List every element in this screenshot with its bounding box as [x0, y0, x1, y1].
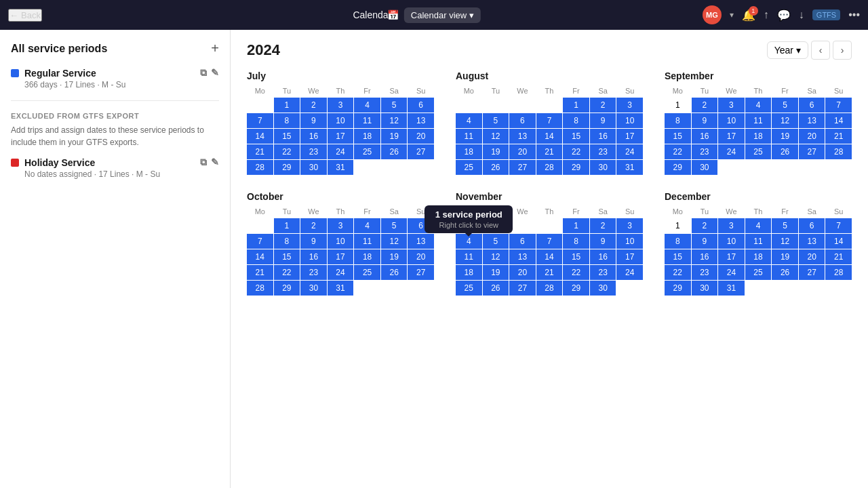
day-cell[interactable]: 28 — [247, 160, 273, 175]
calendar-view-button[interactable]: Calendar view ▾ — [404, 7, 481, 23]
day-cell[interactable]: 16 — [300, 129, 327, 144]
day-cell[interactable]: 10 — [718, 113, 745, 128]
day-cell[interactable]: 1 — [274, 218, 300, 233]
day-cell[interactable]: 24 — [718, 265, 745, 280]
day-cell[interactable]: 1 — [665, 218, 691, 233]
day-cell[interactable]: 26 — [772, 265, 798, 280]
day-cell[interactable]: 30 — [692, 281, 718, 296]
day-cell[interactable]: 13 — [799, 113, 825, 128]
day-cell[interactable]: 18 — [456, 144, 482, 159]
day-cell[interactable]: 15 — [563, 249, 589, 264]
day-cell[interactable]: 10 — [328, 113, 354, 128]
day-cell[interactable]: 19 — [381, 249, 408, 264]
day-cell[interactable]: 3 — [328, 98, 354, 113]
day-cell[interactable]: 27 — [799, 144, 825, 159]
day-cell[interactable]: 10 — [616, 234, 643, 249]
day-cell[interactable]: 21 — [825, 249, 852, 264]
day-cell[interactable]: 14 — [247, 249, 273, 264]
day-cell[interactable]: 13 — [509, 249, 536, 264]
day-cell[interactable]: 29 — [274, 160, 300, 175]
day-cell[interactable]: 22 — [563, 144, 589, 159]
day-cell[interactable]: 15 — [563, 129, 589, 144]
day-cell[interactable]: 11 — [745, 234, 772, 249]
day-cell[interactable]: 28 — [825, 265, 852, 280]
day-cell[interactable]: 4 — [456, 113, 482, 128]
day-cell[interactable]: 22 — [665, 265, 691, 280]
day-cell[interactable]: 4 — [745, 98, 772, 113]
day-cell[interactable]: 12 — [772, 113, 798, 128]
day-cell[interactable]: 24 — [328, 144, 354, 159]
day-cell[interactable]: 9 — [692, 234, 718, 249]
day-cell[interactable]: 21 — [247, 144, 273, 159]
day-cell[interactable]: 25 — [354, 144, 380, 159]
day-cell[interactable]: 2 — [590, 98, 616, 113]
day-cell[interactable]: 24 — [616, 265, 643, 280]
day-cell[interactable]: 18 — [745, 249, 772, 264]
day-cell[interactable]: 30 — [300, 160, 327, 175]
regular-service-edit-icon[interactable]: ✎ — [211, 67, 219, 79]
day-cell[interactable]: 30 — [590, 281, 616, 296]
day-cell[interactable]: 20 — [799, 129, 825, 144]
day-cell[interactable]: 3 — [718, 218, 745, 233]
day-cell[interactable]: 25 — [456, 160, 482, 175]
day-cell[interactable]: 18 — [354, 129, 380, 144]
day-cell[interactable]: 5 — [381, 98, 408, 113]
day-cell[interactable]: 28 — [825, 144, 852, 159]
day-cell[interactable]: 10 — [616, 113, 643, 128]
day-cell[interactable]: 21 — [536, 265, 563, 280]
day-cell[interactable]: 7 — [825, 98, 852, 113]
day-cell[interactable]: 31 — [616, 160, 643, 175]
day-cell[interactable]: 26 — [483, 160, 509, 175]
day-cell[interactable]: 6 — [509, 113, 536, 128]
day-cell[interactable]: 5 — [381, 218, 408, 233]
day-cell[interactable]: 17 — [718, 129, 745, 144]
day-cell[interactable]: 10 — [718, 234, 745, 249]
day-cell[interactable]: 9 — [692, 113, 718, 128]
notifications-icon[interactable]: 🔔1 — [742, 9, 755, 22]
day-cell[interactable]: 17 — [616, 129, 643, 144]
day-cell[interactable]: 29 — [563, 160, 589, 175]
day-cell[interactable]: 18 — [456, 265, 482, 280]
day-cell[interactable]: 12 — [381, 234, 408, 249]
day-cell[interactable]: 20 — [408, 129, 434, 144]
day-cell[interactable]: 31 — [328, 281, 354, 296]
day-cell[interactable]: 6 — [799, 98, 825, 113]
day-cell[interactable]: 16 — [692, 249, 718, 264]
chat-icon[interactable]: 💬 — [777, 9, 791, 22]
day-cell[interactable]: 7 — [825, 218, 852, 233]
day-cell[interactable]: 7 — [536, 113, 563, 128]
day-cell[interactable]: 28 — [536, 160, 563, 175]
day-cell[interactable]: 3 — [616, 98, 643, 113]
day-cell[interactable]: 25 — [745, 265, 772, 280]
day-cell[interactable]: 27 — [509, 281, 536, 296]
day-cell[interactable]: 22 — [563, 265, 589, 280]
day-cell[interactable]: 12 — [772, 234, 798, 249]
day-cell[interactable]: 19 — [772, 249, 798, 264]
day-cell[interactable]: 7 — [247, 234, 273, 249]
day-cell[interactable]: 15 — [665, 129, 691, 144]
day-cell[interactable]: 2 — [300, 98, 327, 113]
day-cell[interactable]: 21 — [247, 265, 273, 280]
day-cell[interactable]: 29 — [274, 281, 300, 296]
regular-service-copy-icon[interactable]: ⧉ — [200, 67, 207, 79]
day-cell[interactable]: 27 — [509, 160, 536, 175]
day-cell[interactable]: 14 — [825, 113, 852, 128]
day-cell[interactable]: 13 — [799, 234, 825, 249]
day-cell[interactable]: 17 — [718, 249, 745, 264]
day-cell[interactable]: 23 — [692, 265, 718, 280]
day-cell[interactable]: 3 — [328, 218, 354, 233]
day-cell[interactable]: 6 — [408, 218, 434, 233]
upload-icon[interactable]: ↑ — [764, 9, 769, 21]
day-cell[interactable]: 3 — [616, 218, 643, 233]
day-cell[interactable]: 19 — [483, 144, 509, 159]
day-cell[interactable]: 23 — [300, 144, 327, 159]
day-cell[interactable]: 28 — [247, 281, 273, 296]
day-cell[interactable]: 17 — [328, 129, 354, 144]
day-cell[interactable]: 19 — [772, 129, 798, 144]
day-cell[interactable]: 16 — [692, 129, 718, 144]
day-cell[interactable]: 9 — [590, 113, 616, 128]
day-cell[interactable]: 4 — [354, 218, 380, 233]
day-cell[interactable]: 1 — [563, 218, 589, 233]
day-cell[interactable]: 7 — [536, 234, 563, 249]
day-cell[interactable]: 20 — [408, 249, 434, 264]
